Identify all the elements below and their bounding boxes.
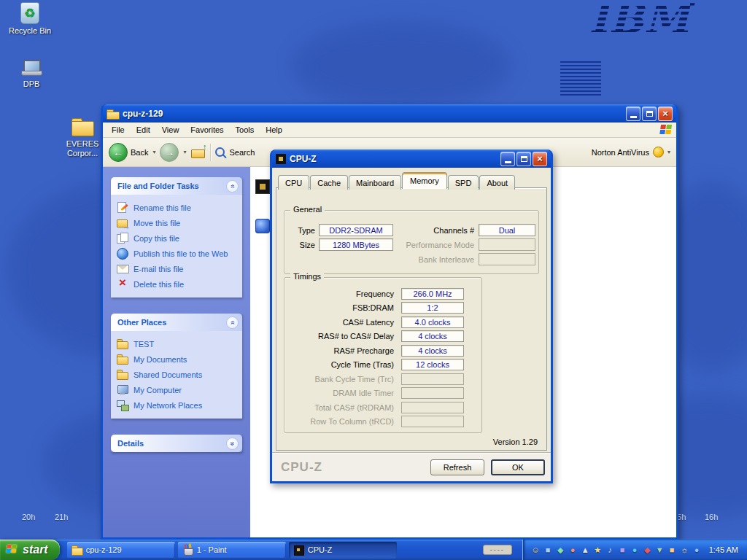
cpuz-titlebar[interactable]: CPU-Z ×	[272, 149, 551, 168]
desktop-icon-recycle-bin[interactable]: ♻ Recycle Bin	[6, 2, 54, 36]
panel-link-network[interactable]: My Network Places	[117, 397, 239, 413]
panel-link-rename[interactable]: Rename this file	[117, 200, 239, 215]
menu-help[interactable]: Help	[260, 123, 288, 136]
start-label: start	[23, 543, 48, 556]
taskbar-task[interactable]: cpu-z-129	[67, 542, 175, 559]
menu-edit[interactable]: Edit	[131, 123, 156, 136]
folder-icon	[117, 369, 129, 380]
timing-label: FSB:DRAM	[287, 303, 394, 312]
tray-icon-4[interactable]: ●	[567, 545, 579, 554]
desktop-icon-dpb[interactable]: DPB	[7, 58, 55, 89]
taskbar-grip[interactable]: ----	[483, 545, 512, 555]
window-controls: ×	[500, 152, 547, 166]
minimize-button[interactable]	[626, 106, 640, 121]
panel-link-folder[interactable]: TEST	[117, 336, 239, 351]
desktop-icon-everes[interactable]: EVERES Corpor...	[58, 117, 107, 158]
panel-link-delete[interactable]: Delete this file	[117, 276, 239, 292]
tray-icon-3[interactable]: ◆	[554, 545, 567, 555]
taskbar-task[interactable]: CPU-Z	[289, 542, 397, 559]
timing-value: 266.0 MHz	[401, 288, 464, 300]
tab-strip: CPUCacheMainboardMemorySPDAbout	[278, 172, 516, 189]
tray-icon-10[interactable]: ◆	[641, 545, 654, 555]
file-tasks-header[interactable]: File and Folder Tasks »	[111, 177, 242, 195]
dialog-footer: CPU-Z Refresh OK	[272, 452, 551, 481]
windows-logo-pane	[666, 125, 672, 129]
tab-spd[interactable]: SPD	[448, 175, 479, 190]
tray-icon-13[interactable]: ☼	[678, 545, 691, 554]
windows-logo-icon	[659, 125, 674, 136]
panel-link-computer[interactable]: My Computer	[117, 382, 239, 397]
ok-button[interactable]: OK	[491, 459, 545, 475]
tray-icon-6[interactable]: ★	[592, 545, 604, 555]
back-dropdown-icon[interactable]: ▾	[152, 149, 155, 155]
panel-link-label: Shared Documents	[133, 370, 202, 379]
taskbar-task[interactable]: 1 - Paint	[178, 542, 286, 559]
details-header[interactable]: Details »	[111, 435, 242, 452]
forward-button[interactable]: →	[160, 143, 179, 162]
type-value: DDR2-SDRAM	[319, 224, 393, 236]
other-places-header[interactable]: Other Places »	[111, 314, 242, 331]
details-title: Details	[117, 439, 144, 448]
maximize-button[interactable]	[516, 152, 531, 166]
tray-icon-7[interactable]: ♪	[604, 545, 616, 554]
copy-icon	[117, 233, 129, 244]
search-icon	[215, 147, 225, 157]
file-tasks-list: Rename this fileMove this fileCopy this …	[111, 195, 242, 298]
search-button[interactable]: Search	[230, 148, 255, 157]
explorer-titlebar[interactable]: cpu-z-129 ×	[103, 104, 676, 122]
file-icon-cpuz[interactable]	[255, 179, 270, 194]
memory-tab-page: General Type DDR2-SDRAM Size 1280 MBytes…	[276, 187, 547, 451]
menu-favorites[interactable]: Favorites	[185, 123, 229, 136]
collapse-chevron-icon[interactable]: »	[226, 180, 239, 192]
norton-antivirus-button[interactable]: Norton AntiVirus ▾	[592, 147, 670, 158]
panel-link-email[interactable]: E-mail this file	[117, 261, 239, 276]
general-title: General	[290, 205, 325, 214]
norton-dropdown-icon: ▾	[667, 149, 670, 155]
tab-cpu[interactable]: CPU	[278, 175, 309, 190]
tray-icon-8[interactable]: ■	[616, 545, 629, 554]
expand-chevron-icon[interactable]: »	[226, 438, 239, 450]
refresh-button[interactable]: Refresh	[430, 459, 484, 475]
panel-link-folder[interactable]: My Documents	[117, 351, 239, 367]
panel-link-label: My Network Places	[133, 401, 202, 410]
tab-memory[interactable]: Memory	[402, 172, 447, 189]
tray-icon-1[interactable]: ☺	[530, 545, 542, 554]
panel-link-publish[interactable]: Publish this file to the Web	[117, 246, 239, 261]
up-button[interactable]	[191, 146, 206, 158]
menu-view[interactable]: View	[156, 123, 185, 136]
maximize-button[interactable]	[642, 106, 657, 121]
tab-about[interactable]: About	[479, 175, 515, 190]
minimize-button[interactable]	[500, 152, 515, 166]
panel-link-folder[interactable]: Shared Documents	[117, 367, 239, 382]
recycle-glyph: ♻	[24, 6, 35, 21]
file-icon[interactable]	[255, 219, 270, 233]
timing-row: RAS# to CAS# Delay4 clocks	[287, 330, 479, 344]
collapse-chevron-icon[interactable]: »	[226, 316, 239, 329]
timing-label: RAS# to CAS# Delay	[287, 332, 394, 341]
tray-icons: ☺■◆●▲★♪■●◆▼■☼●	[530, 545, 703, 555]
tab-cache[interactable]: Cache	[310, 175, 348, 190]
tray-icon-12[interactable]: ■	[666, 545, 678, 554]
tray-icon-14[interactable]: ●	[691, 545, 703, 554]
menu-file[interactable]: File	[106, 123, 131, 136]
tray-icon-9[interactable]: ●	[629, 545, 641, 554]
back-button[interactable]: ←	[109, 143, 128, 162]
general-groupbox: General Type DDR2-SDRAM Size 1280 MBytes…	[284, 210, 539, 274]
menu-tools[interactable]: Tools	[230, 123, 260, 136]
panel-link-label: Rename this file	[133, 203, 191, 212]
start-button[interactable]: start	[0, 540, 60, 560]
ibm-logo-stripes	[589, 0, 690, 42]
other-places-title: Other Places	[117, 318, 166, 327]
forward-dropdown-icon[interactable]: ▾	[183, 149, 186, 155]
tab-mainboard[interactable]: Mainboard	[349, 175, 401, 190]
panel-link-move[interactable]: Move this file	[117, 215, 239, 230]
close-button[interactable]: ×	[533, 152, 547, 166]
tray-icon-11[interactable]: ▼	[654, 545, 666, 554]
desktop-icon-label: DPB	[23, 79, 40, 89]
tray-icon-5[interactable]: ▲	[579, 545, 592, 554]
panel-link-label: My Documents	[133, 355, 187, 364]
close-button[interactable]: ×	[658, 106, 673, 121]
windows-logo-pane	[665, 130, 671, 134]
tray-icon-2[interactable]: ■	[542, 545, 554, 554]
panel-link-copy[interactable]: Copy this file	[117, 230, 239, 246]
